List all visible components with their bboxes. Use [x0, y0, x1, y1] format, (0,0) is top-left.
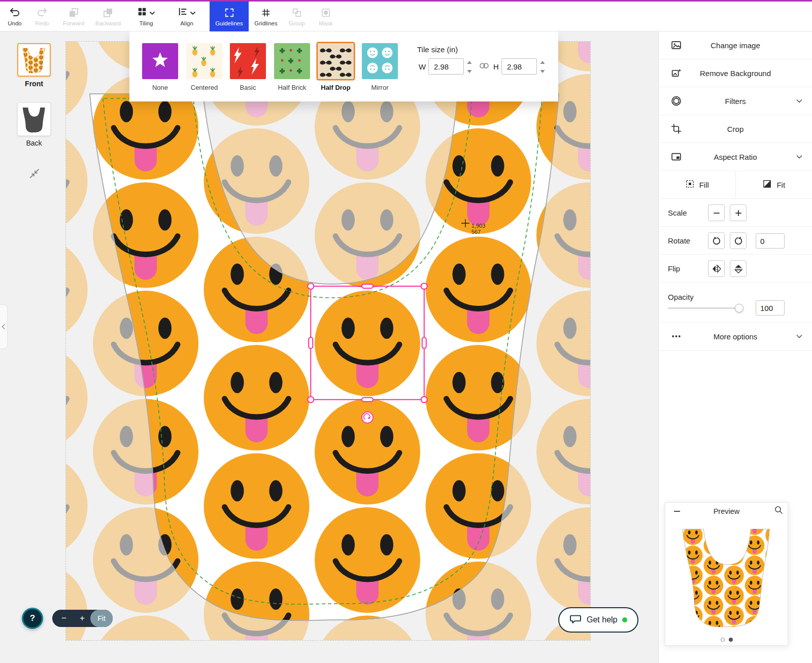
- guidelines-button[interactable]: Guidelines: [210, 2, 249, 31]
- remove-background-row[interactable]: Remove Background: [659, 59, 812, 87]
- aspect-ratio-icon: [671, 152, 682, 162]
- bring-forward-button[interactable]: Forward: [59, 2, 88, 31]
- chevron-down-icon: [149, 8, 155, 17]
- chevron-down-icon: [796, 99, 803, 103]
- scale-increase-button[interactable]: [730, 204, 747, 221]
- tile-style-half-brick[interactable]: Half Brick: [274, 43, 310, 91]
- top-toolbar: Undo Redo Forward Backward Tiling Align: [0, 2, 812, 31]
- fill-icon: [685, 179, 695, 190]
- crop-icon: [671, 124, 682, 134]
- rotate-angle-input[interactable]: [756, 233, 785, 249]
- flip-row: Flip: [659, 255, 812, 283]
- preview-page-dot-1[interactable]: [721, 638, 725, 642]
- filters-icon: [671, 96, 682, 107]
- filters-row[interactable]: Filters: [659, 87, 812, 115]
- aspect-ratio-row[interactable]: Aspect Ratio: [659, 143, 812, 171]
- collapse-left-panel-tab[interactable]: [0, 304, 8, 349]
- front-thumbnail[interactable]: [17, 43, 51, 77]
- plus-icon: [734, 209, 742, 217]
- zoom-fit-button[interactable]: Fit: [90, 610, 113, 627]
- remove-background-icon: [671, 68, 682, 79]
- rotate-cw-button[interactable]: [730, 232, 747, 249]
- preview-panel: Preview: [665, 502, 788, 646]
- opacity-slider[interactable]: [668, 307, 743, 309]
- align-icon: [178, 7, 188, 19]
- back-label: Back: [17, 139, 51, 147]
- gridlines-button[interactable]: Gridlines: [250, 2, 282, 31]
- resize-handle-right[interactable]: [422, 337, 426, 348]
- send-backward-button[interactable]: Backward: [92, 2, 124, 31]
- change-image-row[interactable]: Change image: [659, 31, 812, 59]
- crop-row[interactable]: Crop: [659, 115, 812, 143]
- scale-row: Scale: [659, 199, 812, 227]
- tile-style-half-drop[interactable]: Half Drop: [318, 43, 354, 91]
- tile-style-basic[interactable]: Basic: [230, 43, 266, 91]
- tile-height-label: H: [493, 62, 499, 71]
- help-button[interactable]: ?: [22, 608, 43, 629]
- bring-forward-icon: [68, 7, 79, 18]
- undo-button[interactable]: Undo: [4, 2, 25, 31]
- tiling-options-panel: None Centered Basic Half Brick: [129, 31, 558, 101]
- back-thumbnail[interactable]: [17, 102, 51, 136]
- tile-style-mirror[interactable]: Mirror: [362, 43, 398, 91]
- chevron-down-icon: [796, 155, 803, 159]
- guidelines-icon: [224, 7, 234, 18]
- tile-style-none[interactable]: None: [142, 43, 178, 91]
- flip-vertical-icon: [733, 264, 743, 274]
- tile-width-stepper[interactable]: [466, 59, 472, 77]
- collapse-thumbnails-button[interactable]: [26, 165, 43, 182]
- online-status-dot: [622, 617, 627, 622]
- preview-image: [678, 519, 775, 633]
- magnifier-icon[interactable]: [774, 505, 784, 517]
- resize-handle-top[interactable]: [362, 284, 373, 288]
- get-help-button[interactable]: Get help: [558, 607, 638, 633]
- fit-button[interactable]: Fit: [736, 171, 812, 198]
- tile-height-stepper[interactable]: [539, 59, 546, 77]
- preview-pagination: [665, 638, 788, 642]
- opacity-slider-knob[interactable]: [735, 304, 743, 312]
- tile-width-input[interactable]: [428, 58, 464, 75]
- zoom-in-button[interactable]: +: [75, 610, 90, 627]
- resize-handle-bottom[interactable]: [362, 398, 373, 402]
- rotate-ccw-button[interactable]: [708, 232, 725, 249]
- preview-title: Preview: [665, 507, 788, 515]
- front-label: Front: [17, 80, 51, 88]
- design-canvas[interactable]: 1,903 567: [66, 42, 590, 640]
- link-dimensions-icon[interactable]: [479, 62, 490, 71]
- flip-horizontal-button[interactable]: [708, 260, 725, 277]
- mask-button[interactable]: Mask: [314, 2, 338, 31]
- tile-style-half-brick-swatch: [274, 43, 310, 79]
- side-front[interactable]: Front: [17, 43, 51, 88]
- side-back[interactable]: Back: [17, 102, 51, 147]
- scale-decrease-button[interactable]: [708, 204, 725, 221]
- opacity-input[interactable]: [756, 300, 785, 316]
- group-button[interactable]: Group: [284, 2, 310, 31]
- rotate-row: Rotate: [659, 227, 812, 255]
- cursor-coord-y: 567: [471, 229, 481, 235]
- minus-icon: [713, 209, 721, 217]
- preview-page-dot-2[interactable]: [729, 638, 733, 642]
- change-image-icon: [671, 40, 682, 51]
- tiling-button[interactable]: Tiling: [127, 2, 165, 31]
- chevron-left-icon: [1, 323, 6, 330]
- rotate-ccw-icon: [712, 236, 722, 246]
- tile-style-mirror-swatch: [362, 43, 398, 79]
- fill-button[interactable]: Fill: [659, 171, 736, 198]
- redo-icon: [37, 7, 48, 18]
- tile-height-input[interactable]: [501, 58, 537, 75]
- align-button[interactable]: Align: [168, 2, 205, 31]
- group-icon: [292, 7, 302, 18]
- resize-handle-left[interactable]: [309, 337, 313, 348]
- tile-style-half-drop-swatch: [318, 43, 354, 79]
- fill-fit-row: Fill Fit: [659, 171, 812, 199]
- redo-button[interactable]: Redo: [30, 2, 54, 31]
- collapse-arrows-icon: [28, 167, 41, 180]
- chevron-down-icon: [190, 8, 196, 17]
- send-backward-icon: [103, 7, 114, 18]
- brand-accent-bar: [0, 0, 812, 2]
- rotate-handle[interactable]: [362, 412, 373, 423]
- more-options-row[interactable]: More options: [659, 323, 812, 351]
- flip-vertical-button[interactable]: [730, 260, 747, 277]
- zoom-out-button[interactable]: −: [56, 610, 72, 627]
- tile-style-centered[interactable]: Centered: [186, 43, 222, 91]
